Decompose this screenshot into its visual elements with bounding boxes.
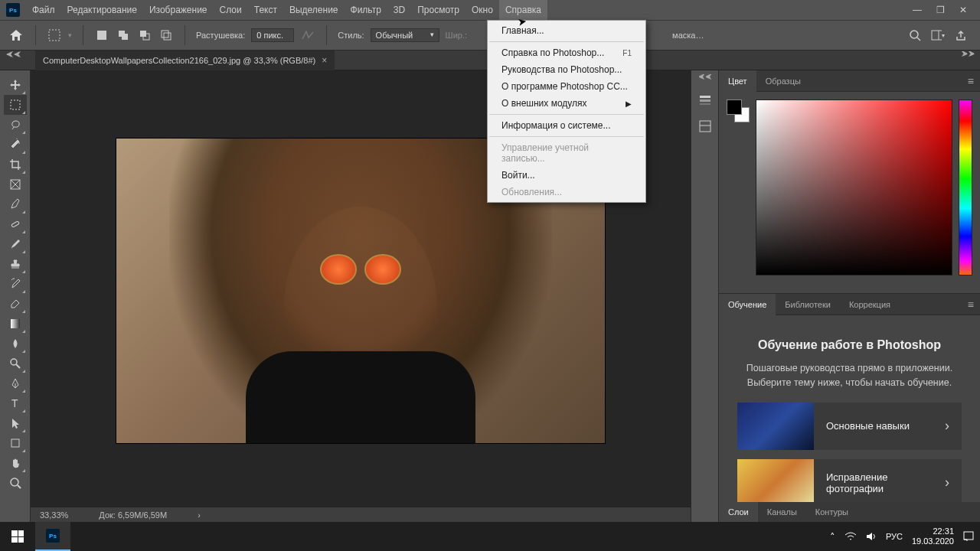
rail-history-icon[interactable] xyxy=(695,90,715,110)
language-indicator[interactable]: РУС xyxy=(886,532,903,541)
help-item[interactable]: О внешних модулях▶ xyxy=(488,95,645,112)
taskbar-app-photoshop[interactable]: Ps xyxy=(35,522,70,551)
minimize-button[interactable]: — xyxy=(911,5,923,15)
zoom-level[interactable]: 33,33% xyxy=(40,510,68,520)
tool-stamp[interactable] xyxy=(4,254,27,274)
home-icon[interactable] xyxy=(8,27,24,44)
hue-slider[interactable] xyxy=(959,99,972,276)
tool-healing[interactable] xyxy=(4,214,27,234)
style-select[interactable]: Обычный ▾ xyxy=(371,28,439,42)
color-panel xyxy=(719,92,980,294)
tool-crop[interactable] xyxy=(4,155,27,174)
tool-history-brush[interactable] xyxy=(4,274,27,294)
tab-swatches[interactable]: Образцы xyxy=(756,70,810,92)
notifications-icon[interactable] xyxy=(963,531,974,542)
tool-dodge[interactable] xyxy=(4,354,27,373)
share-icon[interactable] xyxy=(954,28,968,42)
sel-add-icon[interactable] xyxy=(116,28,131,43)
learn-panel-tabs: Обучение Библиотеки Коррекция ≡ xyxy=(719,294,980,315)
card-label: Основные навыки xyxy=(814,420,933,432)
svg-rect-26 xyxy=(700,103,710,105)
learn-card-basics[interactable]: Основные навыки › xyxy=(737,403,962,450)
tab-libraries[interactable]: Библиотеки xyxy=(776,294,840,315)
maximize-button[interactable]: ❐ xyxy=(934,5,946,15)
tool-shape[interactable] xyxy=(4,433,27,453)
tool-frame[interactable] xyxy=(4,174,27,194)
color-panel-menu-icon[interactable]: ≡ xyxy=(962,75,980,87)
tool-hand[interactable] xyxy=(4,453,27,473)
rail-collapse-icon[interactable]: ⮜⮜ xyxy=(698,73,712,81)
tool-move[interactable] xyxy=(4,75,27,95)
sel-sub-icon[interactable] xyxy=(137,28,152,43)
card-thumb-icon xyxy=(737,459,814,503)
menu-редактирование[interactable]: Редактирование xyxy=(61,0,143,20)
menu-фильтр[interactable]: Фильтр xyxy=(345,0,387,20)
style-label: Стиль: xyxy=(338,31,364,40)
rail-properties-icon[interactable] xyxy=(695,116,715,136)
tab-adjustments[interactable]: Коррекция xyxy=(840,294,900,315)
tool-marquee[interactable] xyxy=(4,95,27,115)
feather-input[interactable]: 0 пикс. xyxy=(251,28,294,42)
sel-intersect-icon[interactable] xyxy=(158,28,174,43)
menu-файл[interactable]: Файл xyxy=(26,0,61,20)
marquee-preset-icon[interactable] xyxy=(47,28,62,43)
start-button[interactable] xyxy=(0,522,35,551)
document-title: ComputerDesktopWallpapersCollection2166_… xyxy=(43,56,315,65)
tool-gradient[interactable] xyxy=(4,314,27,334)
svg-rect-17 xyxy=(11,319,20,328)
learn-card-photofix[interactable]: Исправление фотографии › xyxy=(737,459,962,503)
sel-new-icon[interactable] xyxy=(94,28,109,43)
antialias-icon[interactable] xyxy=(300,28,315,43)
menu-выделение[interactable]: Выделение xyxy=(283,0,345,20)
help-item[interactable]: Руководства по Photoshop... xyxy=(488,61,645,78)
tab-learn[interactable]: Обучение xyxy=(719,294,776,315)
menu-слои[interactable]: Слои xyxy=(214,0,248,20)
help-item[interactable]: Главная... xyxy=(488,22,645,39)
close-button[interactable]: ✕ xyxy=(957,5,969,15)
tool-brush[interactable] xyxy=(4,234,27,254)
menu-окно[interactable]: Окно xyxy=(466,0,499,20)
tool-pen[interactable] xyxy=(4,373,27,393)
color-field[interactable] xyxy=(756,99,952,276)
tool-zoom[interactable] xyxy=(4,473,27,493)
menu-текст[interactable]: Текст xyxy=(248,0,283,20)
clock[interactable]: 22:31 19.03.2020 xyxy=(912,527,954,546)
help-item[interactable]: Информация о системе... xyxy=(488,117,645,134)
tool-blur[interactable] xyxy=(4,334,27,354)
menu-3d[interactable]: 3D xyxy=(387,0,411,20)
tool-eraser[interactable] xyxy=(4,294,27,314)
wifi-icon[interactable] xyxy=(844,532,857,541)
fg-bg-swatch[interactable] xyxy=(727,99,750,122)
system-tray: ˄ РУС 22:31 19.03.2020 xyxy=(830,527,980,546)
help-item[interactable]: О программе Photoshop CC... xyxy=(488,78,645,95)
tool-type[interactable]: T xyxy=(4,393,27,413)
help-item[interactable]: Справка по Photoshop...F1 xyxy=(488,44,645,61)
menu-изображение[interactable]: Изображение xyxy=(143,0,214,20)
panel-rail: ⮜⮜ xyxy=(691,70,719,522)
tab-color[interactable]: Цвет xyxy=(719,70,756,92)
help-item: Управление учетной записью... xyxy=(488,139,645,167)
learn-panel-menu-icon[interactable]: ≡ xyxy=(962,298,980,311)
tab-paths[interactable]: Контуры xyxy=(806,502,858,522)
tab-channels[interactable]: Каналы xyxy=(758,502,806,522)
collapse-left-icon[interactable]: ⮜⮜ xyxy=(6,51,21,59)
document-close-icon[interactable]: × xyxy=(322,55,327,66)
tool-eyedropper[interactable] xyxy=(4,194,27,214)
status-arrow-icon[interactable]: › xyxy=(198,510,201,520)
volume-icon[interactable] xyxy=(866,532,877,541)
mask-button[interactable]: маска… xyxy=(672,31,704,40)
workspace-icon[interactable]: ▾ xyxy=(931,28,945,42)
tool-lasso[interactable] xyxy=(4,115,27,135)
search-icon[interactable] xyxy=(908,28,922,42)
help-menu-dropdown: Главная...Справка по Photoshop...F1Руков… xyxy=(487,20,646,203)
layers-panel-tabs: Слои Каналы Контуры xyxy=(719,502,980,522)
tool-wand[interactable] xyxy=(4,135,27,155)
svg-rect-21 xyxy=(11,439,19,447)
tray-chevron-icon[interactable]: ˄ xyxy=(830,531,835,543)
document-tab[interactable]: ComputerDesktopWallpapersCollection2166_… xyxy=(35,51,335,70)
collapse-right-icon[interactable]: ⮞⮞ xyxy=(962,51,975,60)
help-item[interactable]: Войти... xyxy=(488,167,645,184)
tool-path-select[interactable] xyxy=(4,413,27,433)
menu-просмотр[interactable]: Просмотр xyxy=(411,0,466,20)
tab-layers[interactable]: Слои xyxy=(719,502,758,522)
